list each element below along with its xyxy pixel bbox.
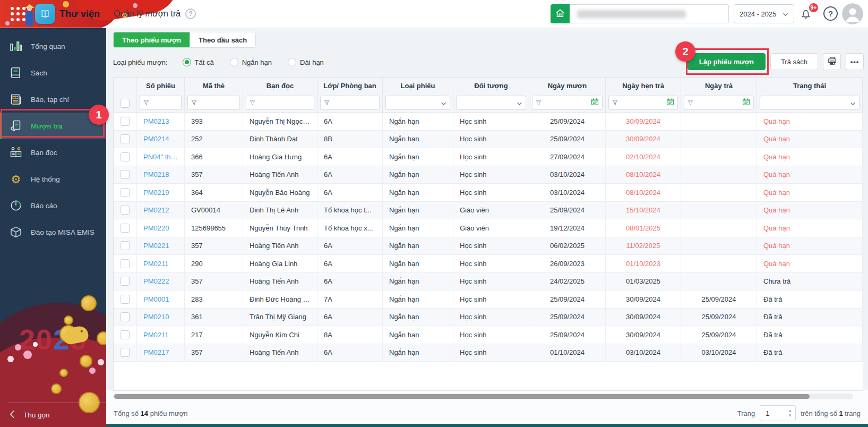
page-down-icon[interactable]: ▼ <box>788 414 792 418</box>
cell-so_phieu[interactable]: PM0221 <box>137 237 185 255</box>
more-button[interactable]: ••• <box>846 53 864 70</box>
cell-ngay_hen_tra: 02/10/2024 <box>606 148 681 166</box>
column-header-ma_the[interactable]: Mã thẻ <box>185 78 243 93</box>
cell-ngay_tra <box>681 255 757 273</box>
notifications-button[interactable]: 9+ <box>800 7 813 21</box>
filter-so_phieu-input[interactable] <box>140 96 182 110</box>
scrollbar-thumb[interactable] <box>114 394 810 399</box>
row-checkbox[interactable] <box>121 330 130 339</box>
row-checkbox[interactable] <box>121 224 130 233</box>
column-header-trang_thai[interactable]: Trạng thái <box>757 78 863 93</box>
cell-ngay_muon: 25/09/2024 <box>529 291 606 309</box>
cell-ngay_tra: 25/09/2024 <box>681 326 757 344</box>
sidebar-item-dao-tao-misa-emis[interactable]: Đào tạo MISA EMIS <box>0 219 106 245</box>
cell-so_phieu[interactable]: PM0210 <box>137 309 185 327</box>
cell-ngay_hen_tra: 08/01/2025 <box>606 219 681 237</box>
sidebar-item-sach[interactable]: Sách <box>0 59 106 86</box>
column-header-ngay_hen_tra[interactable]: Ngày hẹn trả <box>606 78 681 93</box>
loan-type-option-0[interactable]: Tất cả <box>183 58 214 66</box>
cell-so_phieu[interactable]: PM0218 <box>137 166 185 184</box>
annotation-step-1: 1 <box>89 105 109 125</box>
filter-lop_phong_ban-input[interactable] <box>320 96 380 110</box>
cell-ngay_tra <box>681 219 757 237</box>
filter-ngay_hen_tra-input[interactable] <box>608 96 678 110</box>
cell-so_phieu[interactable]: PN04" thà... <box>137 148 185 166</box>
select-all-checkbox[interactable] <box>121 99 130 108</box>
collapse-sidebar-button[interactable]: Thu gọn <box>0 403 106 427</box>
sidebar-item-bao-cao[interactable]: Báo cáo <box>0 192 106 219</box>
cell-so_phieu[interactable]: PM0222 <box>137 273 185 291</box>
row-checkbox[interactable] <box>121 152 130 161</box>
cell-loai_phieu: Ngắn hạn <box>383 291 453 309</box>
row-checkbox[interactable] <box>121 206 130 215</box>
cell-ngay_tra <box>681 148 757 166</box>
row-checkbox[interactable] <box>121 277 130 286</box>
cell-so_phieu[interactable]: PM0217 <box>137 344 185 362</box>
filter-ma_the-input[interactable] <box>187 96 240 110</box>
cell-trang_thai: Chưa trả <box>757 273 863 291</box>
cell-ma_the: GV00014 <box>185 202 243 220</box>
filter-ban_doc-input[interactable] <box>246 96 314 110</box>
row-checkbox[interactable] <box>121 117 130 126</box>
column-header-ngay_tra[interactable]: Ngày trả <box>681 78 757 93</box>
page-number-input[interactable]: 1 ▲ ▼ <box>760 405 796 421</box>
column-header-loai_phieu[interactable]: Loại phiếu <box>383 78 453 93</box>
page-up-icon[interactable]: ▲ <box>788 409 792 413</box>
calendar-icon[interactable] <box>666 98 674 108</box>
row-checkbox[interactable] <box>121 188 130 197</box>
page-help-icon[interactable]: ? <box>185 8 196 19</box>
column-header-ban_doc[interactable]: Bạn đọc <box>243 78 317 93</box>
row-checkbox[interactable] <box>121 348 130 357</box>
loan-type-option-2[interactable]: Dài hạn <box>288 58 324 66</box>
sidebar-item-he-thong[interactable]: ⚙Hệ thống <box>0 166 106 192</box>
loan-type-option-1[interactable]: Ngắn hạn <box>230 58 272 66</box>
table-row: PM0210361Trần Thị Mỹ Giang6ANgắn hạnHọc … <box>114 309 863 327</box>
filter-ngay_tra-input[interactable] <box>684 96 754 110</box>
filter-loai_phieu-dropdown[interactable] <box>385 96 450 110</box>
sidebar-item-ban-doc[interactable]: Bạn đọc <box>0 139 106 166</box>
loan-type-filter-label: Loại phiếu mượn: <box>113 58 168 66</box>
tab-theo-phieu-muon[interactable]: Theo phiếu mượn <box>114 32 190 47</box>
sidebar-item-tong-quan[interactable]: Tổng quan <box>0 33 106 59</box>
horizontal-scrollbar[interactable] <box>113 394 853 399</box>
school-search-input[interactable] <box>570 4 729 23</box>
app-grid-icon[interactable] <box>11 7 27 22</box>
row-checkbox[interactable] <box>121 259 130 268</box>
row-checkbox[interactable] <box>121 241 130 250</box>
cell-so_phieu[interactable]: PM0219 <box>137 184 185 202</box>
row-checkbox[interactable] <box>121 170 130 179</box>
print-button[interactable] <box>823 53 841 70</box>
school-year-select[interactable]: 2024 - 2025 <box>734 4 794 23</box>
home-button[interactable] <box>551 4 570 23</box>
column-header-label: Ngày mượn <box>548 82 587 90</box>
calendar-icon[interactable] <box>591 98 599 108</box>
select-all-column-header <box>114 78 137 93</box>
column-header-ngay_muon[interactable]: Ngày mượn <box>529 78 606 93</box>
cell-so_phieu[interactable]: PM0213 <box>137 113 185 131</box>
cell-so_phieu[interactable]: PM0001 <box>137 291 185 309</box>
filter-cell-trang_thai <box>757 93 863 113</box>
calendar-icon[interactable] <box>742 98 750 108</box>
row-checkbox[interactable] <box>121 134 130 143</box>
filter-cell-ngay_muon <box>529 93 606 113</box>
filter-ngay_muon-input[interactable] <box>532 96 603 110</box>
return-book-button[interactable]: Trả sách <box>770 53 818 70</box>
cell-so_phieu[interactable]: PM0211 <box>137 255 185 273</box>
avatar[interactable] <box>842 3 863 24</box>
filter-trang_thai-dropdown[interactable] <box>760 96 860 110</box>
cell-so_phieu[interactable]: PM0212 <box>137 202 185 220</box>
cell-so_phieu[interactable]: PM0220 <box>137 219 185 237</box>
help-button[interactable]: ? <box>823 6 838 21</box>
filter-doi_tuong-dropdown[interactable] <box>456 96 526 110</box>
column-header-lop_phong_ban[interactable]: Lớp/ Phòng ban <box>317 78 383 93</box>
cell-so_phieu[interactable]: PM0214 <box>137 131 185 149</box>
table-header-row: Số phiếuMã thẻBạn đọcLớp/ Phòng banLoại … <box>114 78 863 93</box>
bell-icon <box>800 12 812 21</box>
tab-theo-dau-sach[interactable]: Theo đầu sách <box>190 32 255 47</box>
column-header-doi_tuong[interactable]: Đối tượng <box>453 78 529 93</box>
row-checkbox[interactable] <box>121 312 130 321</box>
row-checkbox[interactable] <box>121 295 130 304</box>
readers-icon <box>9 146 23 159</box>
column-header-so_phieu[interactable]: Số phiếu <box>137 78 185 93</box>
cell-so_phieu[interactable]: PM0211 <box>137 326 185 344</box>
